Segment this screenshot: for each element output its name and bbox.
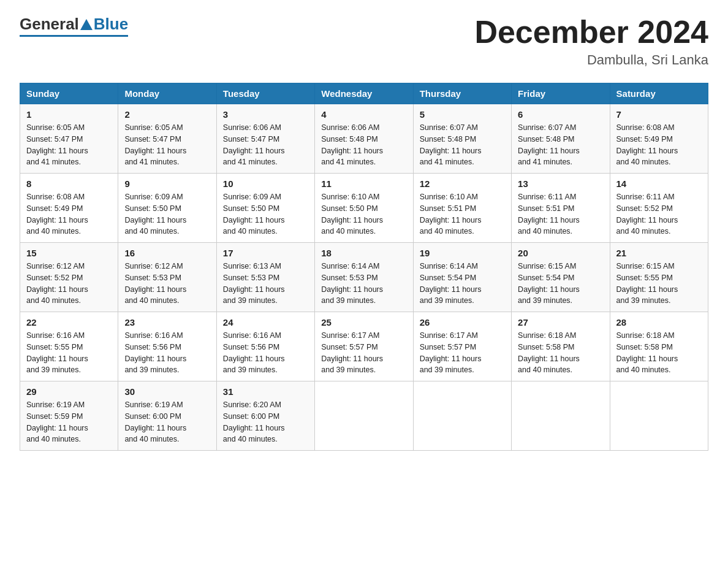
day-info: Sunrise: 6:13 AMSunset: 5:53 PMDaylight:… [223, 261, 308, 307]
calendar-cell: 6Sunrise: 6:07 AMSunset: 5:48 PMDaylight… [512, 104, 610, 174]
calendar-cell: 15Sunrise: 6:12 AMSunset: 5:52 PMDayligh… [20, 243, 118, 312]
day-info: Sunrise: 6:19 AMSunset: 6:00 PMDaylight:… [124, 399, 210, 445]
day-number: 5 [420, 109, 505, 120]
calendar-cell [610, 381, 708, 451]
day-info: Sunrise: 6:19 AMSunset: 5:59 PMDaylight:… [26, 399, 112, 445]
day-number: 6 [518, 109, 603, 120]
calendar-week-row: 8Sunrise: 6:08 AMSunset: 5:49 PMDaylight… [20, 174, 708, 243]
day-number: 18 [321, 248, 406, 258]
day-number: 1 [26, 109, 112, 120]
day-number: 31 [223, 386, 308, 397]
day-info: Sunrise: 6:05 AMSunset: 5:47 PMDaylight:… [124, 122, 210, 168]
calendar-cell: 19Sunrise: 6:14 AMSunset: 5:54 PMDayligh… [413, 243, 511, 312]
day-info: Sunrise: 6:12 AMSunset: 5:52 PMDaylight:… [26, 261, 112, 307]
logo-general-text: General [20, 15, 79, 34]
calendar-cell: 30Sunrise: 6:19 AMSunset: 6:00 PMDayligh… [118, 381, 216, 451]
calendar-cell: 20Sunrise: 6:15 AMSunset: 5:54 PMDayligh… [512, 243, 610, 312]
location-title: Dambulla, Sri Lanka [474, 52, 708, 68]
day-info: Sunrise: 6:16 AMSunset: 5:56 PMDaylight:… [223, 330, 308, 376]
day-number: 2 [124, 109, 210, 120]
day-number: 8 [26, 178, 112, 189]
header-friday: Friday [512, 83, 610, 104]
calendar-cell [315, 381, 413, 451]
day-info: Sunrise: 6:05 AMSunset: 5:47 PMDaylight:… [26, 122, 112, 168]
header-tuesday: Tuesday [216, 83, 314, 104]
day-info: Sunrise: 6:09 AMSunset: 5:50 PMDaylight:… [124, 191, 210, 237]
day-number: 7 [616, 109, 702, 120]
day-info: Sunrise: 6:10 AMSunset: 5:51 PMDaylight:… [420, 191, 505, 237]
calendar-cell: 25Sunrise: 6:17 AMSunset: 5:57 PMDayligh… [315, 312, 413, 381]
day-number: 25 [321, 317, 406, 327]
calendar-cell: 5Sunrise: 6:07 AMSunset: 5:48 PMDaylight… [413, 104, 511, 174]
calendar-cell: 4Sunrise: 6:06 AMSunset: 5:48 PMDaylight… [315, 104, 413, 174]
calendar-cell: 2Sunrise: 6:05 AMSunset: 5:47 PMDaylight… [118, 104, 216, 174]
day-number: 11 [321, 178, 406, 189]
header-monday: Monday [118, 83, 216, 104]
calendar-week-row: 29Sunrise: 6:19 AMSunset: 5:59 PMDayligh… [20, 381, 708, 451]
page-header: General Blue December 2024 Dambulla, Sri… [20, 15, 708, 68]
header-sunday: Sunday [20, 83, 118, 104]
day-number: 9 [124, 178, 210, 189]
day-number: 27 [518, 317, 603, 327]
title-area: December 2024 Dambulla, Sri Lanka [474, 15, 708, 68]
calendar-week-row: 1Sunrise: 6:05 AMSunset: 5:47 PMDaylight… [20, 104, 708, 174]
calendar-cell: 16Sunrise: 6:12 AMSunset: 5:53 PMDayligh… [118, 243, 216, 312]
day-number: 24 [223, 317, 308, 327]
day-info: Sunrise: 6:08 AMSunset: 5:49 PMDaylight:… [616, 122, 702, 168]
calendar-week-row: 15Sunrise: 6:12 AMSunset: 5:52 PMDayligh… [20, 243, 708, 312]
day-number: 16 [124, 248, 210, 258]
calendar-cell: 13Sunrise: 6:11 AMSunset: 5:51 PMDayligh… [512, 174, 610, 243]
day-info: Sunrise: 6:15 AMSunset: 5:54 PMDaylight:… [518, 261, 603, 307]
calendar-cell: 12Sunrise: 6:10 AMSunset: 5:51 PMDayligh… [413, 174, 511, 243]
calendar-cell: 28Sunrise: 6:18 AMSunset: 5:58 PMDayligh… [610, 312, 708, 381]
day-info: Sunrise: 6:07 AMSunset: 5:48 PMDaylight:… [420, 122, 505, 168]
day-number: 30 [124, 386, 210, 397]
calendar-cell: 23Sunrise: 6:16 AMSunset: 5:56 PMDayligh… [118, 312, 216, 381]
calendar-cell: 26Sunrise: 6:17 AMSunset: 5:57 PMDayligh… [413, 312, 511, 381]
calendar-cell: 18Sunrise: 6:14 AMSunset: 5:53 PMDayligh… [315, 243, 413, 312]
day-info: Sunrise: 6:11 AMSunset: 5:51 PMDaylight:… [518, 191, 603, 237]
day-number: 12 [420, 178, 505, 189]
day-info: Sunrise: 6:20 AMSunset: 6:00 PMDaylight:… [223, 399, 308, 445]
day-number: 26 [420, 317, 505, 327]
month-title: December 2024 [474, 15, 708, 50]
day-info: Sunrise: 6:14 AMSunset: 5:53 PMDaylight:… [321, 261, 406, 307]
calendar-cell: 31Sunrise: 6:20 AMSunset: 6:00 PMDayligh… [216, 381, 314, 451]
day-info: Sunrise: 6:06 AMSunset: 5:47 PMDaylight:… [223, 122, 308, 168]
day-number: 13 [518, 178, 603, 189]
calendar-cell: 7Sunrise: 6:08 AMSunset: 5:49 PMDaylight… [610, 104, 708, 174]
logo-blue-text: Blue [94, 15, 128, 34]
header-wednesday: Wednesday [315, 83, 413, 104]
day-number: 22 [26, 317, 112, 327]
day-number: 19 [420, 248, 505, 258]
calendar-cell: 24Sunrise: 6:16 AMSunset: 5:56 PMDayligh… [216, 312, 314, 381]
calendar-cell: 22Sunrise: 6:16 AMSunset: 5:55 PMDayligh… [20, 312, 118, 381]
calendar-cell [413, 381, 511, 451]
day-info: Sunrise: 6:14 AMSunset: 5:54 PMDaylight:… [420, 261, 505, 307]
calendar-cell: 27Sunrise: 6:18 AMSunset: 5:58 PMDayligh… [512, 312, 610, 381]
day-info: Sunrise: 6:09 AMSunset: 5:50 PMDaylight:… [223, 191, 308, 237]
calendar-cell: 9Sunrise: 6:09 AMSunset: 5:50 PMDaylight… [118, 174, 216, 243]
day-number: 21 [616, 248, 702, 258]
calendar-cell: 8Sunrise: 6:08 AMSunset: 5:49 PMDaylight… [20, 174, 118, 243]
calendar-cell: 21Sunrise: 6:15 AMSunset: 5:55 PMDayligh… [610, 243, 708, 312]
day-number: 15 [26, 248, 112, 258]
day-number: 17 [223, 248, 308, 258]
logo: General Blue [20, 15, 128, 37]
header-thursday: Thursday [413, 83, 511, 104]
day-number: 20 [518, 248, 603, 258]
calendar-cell: 3Sunrise: 6:06 AMSunset: 5:47 PMDaylight… [216, 104, 314, 174]
day-info: Sunrise: 6:18 AMSunset: 5:58 PMDaylight:… [616, 330, 702, 376]
day-info: Sunrise: 6:17 AMSunset: 5:57 PMDaylight:… [420, 330, 505, 376]
calendar-table: SundayMondayTuesdayWednesdayThursdayFrid… [20, 83, 708, 451]
day-info: Sunrise: 6:12 AMSunset: 5:53 PMDaylight:… [124, 261, 210, 307]
day-info: Sunrise: 6:18 AMSunset: 5:58 PMDaylight:… [518, 330, 603, 376]
calendar-cell: 10Sunrise: 6:09 AMSunset: 5:50 PMDayligh… [216, 174, 314, 243]
calendar-week-row: 22Sunrise: 6:16 AMSunset: 5:55 PMDayligh… [20, 312, 708, 381]
day-info: Sunrise: 6:11 AMSunset: 5:52 PMDaylight:… [616, 191, 702, 237]
day-number: 28 [616, 317, 702, 327]
day-info: Sunrise: 6:08 AMSunset: 5:49 PMDaylight:… [26, 191, 112, 237]
day-number: 10 [223, 178, 308, 189]
calendar-cell [512, 381, 610, 451]
calendar-cell: 14Sunrise: 6:11 AMSunset: 5:52 PMDayligh… [610, 174, 708, 243]
